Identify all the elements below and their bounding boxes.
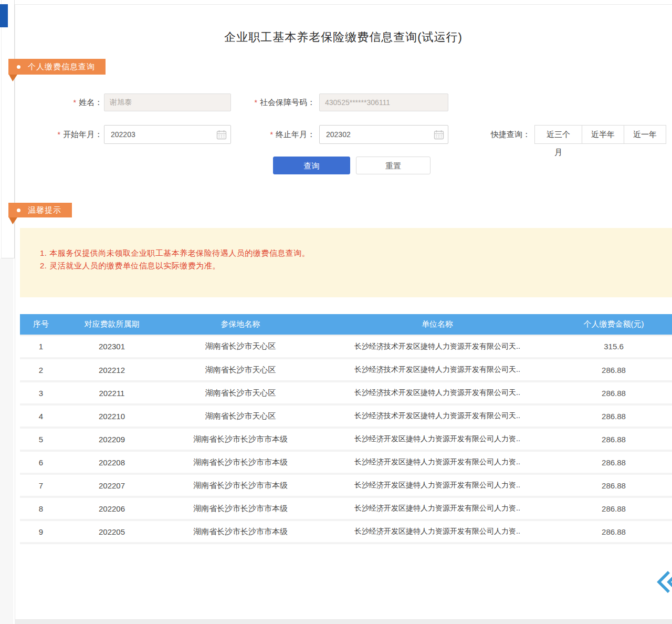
table-row: 6202208湖南省长沙市长沙市市本级长沙经济开发区捷特人力资源开发有限公司人力…: [20, 451, 672, 474]
required-asterisk: *: [255, 98, 257, 107]
ssn-field[interactable]: [319, 93, 448, 111]
end-month-input[interactable]: [320, 126, 448, 143]
ssn-label: *社会保障号码：: [231, 93, 315, 112]
start-month-label: *开始年月：: [32, 125, 102, 144]
table-row: 2202212湖南省长沙市天心区长沙经济技术开发区捷特人力资源开发有限公司天..…: [20, 358, 672, 381]
name-label: *姓名：: [32, 93, 102, 112]
quick-btn-last-half-year[interactable]: 近半年: [582, 125, 624, 144]
pension-query-page: 企业职工基本养老保险缴费信息查询(试运行) 个人缴费信息查询 *姓名： *社会保…: [0, 0, 672, 624]
payment-records-table: 序号 对应费款所属期 参保地名称 单位名称 个人缴费金额(元) 1202301湖…: [20, 314, 672, 544]
name-field[interactable]: [104, 93, 231, 111]
table-row: 5202209湖南省长沙市长沙市市本级长沙经济开发区捷特人力资源开发有限公司人力…: [20, 428, 672, 451]
table-row: 3202211湖南省长沙市天心区长沙经济技术开发区捷特人力资源开发有限公司天..…: [20, 381, 672, 404]
col-header-area: 参保地名称: [162, 314, 319, 335]
quick-btn-last-3-months[interactable]: 近三个月: [534, 125, 582, 144]
table-row: 8202206湖南省长沙市长沙市市本级长沙经济开发区捷特人力资源开发有限公司人力…: [20, 497, 672, 520]
reset-button[interactable]: 重置: [356, 157, 430, 174]
required-asterisk: *: [58, 130, 60, 139]
table-row: 1202301湖南省长沙市天心区长沙经济技术开发区捷特人力资源开发有限公司天..…: [20, 335, 672, 358]
table-header-row: 序号 对应费款所属期 参保地名称 单位名称 个人缴费金额(元): [20, 314, 672, 335]
end-month-picker[interactable]: [319, 125, 448, 144]
sidebar-active-tab[interactable]: [0, 4, 8, 27]
section-badge-tips: 温馨提示: [8, 203, 72, 217]
page-title: 企业职工基本养老保险缴费信息查询(试运行): [15, 29, 672, 45]
section-badge-query-label: 个人缴费信息查询: [28, 62, 95, 72]
sidebar-lower-strip: [0, 258, 13, 624]
table-row: 9202205湖南省长沙市长沙市市本级长沙经济开发区捷特人力资源开发有限公司人力…: [20, 520, 672, 543]
required-asterisk: *: [270, 130, 273, 139]
bullet-dot-icon: [17, 65, 20, 69]
start-month-input[interactable]: [104, 126, 230, 143]
table-row: 4202210湖南省长沙市天心区长沙经济技术开发区捷特人力资源开发有限公司天..…: [20, 404, 672, 428]
double-chevron-left-icon[interactable]: [655, 570, 672, 594]
col-header-unit: 单位名称: [319, 314, 555, 335]
table-row: 7202207湖南省长沙市长沙市市本级长沙经济开发区捷特人力资源开发有限公司人力…: [20, 474, 672, 497]
col-header-amount: 个人缴费金额(元): [555, 314, 672, 335]
required-asterisk: *: [74, 98, 76, 107]
quick-btn-last-year[interactable]: 近一年: [624, 125, 666, 144]
calendar-icon[interactable]: [434, 130, 444, 140]
notice-line-1: 1. 本服务仅提供尚未领取企业职工基本养老保险待遇人员的缴费信息查询。: [40, 248, 310, 258]
col-header-period: 对应费款所属期: [62, 314, 162, 335]
query-button[interactable]: 查询: [273, 157, 350, 174]
section-badge-query: 个人缴费信息查询: [8, 59, 106, 75]
bullet-dot-icon: [17, 209, 20, 212]
quick-query-group: 近三个月 近半年 近一年: [534, 125, 666, 144]
calendar-icon[interactable]: [216, 130, 227, 140]
end-month-label: *终止年月：: [231, 125, 315, 144]
section-badge-tips-label: 温馨提示: [28, 205, 61, 215]
start-month-picker[interactable]: [104, 125, 231, 144]
bottom-strip: [15, 620, 672, 624]
col-header-index: 序号: [20, 314, 62, 335]
notice-line-2: 2. 灵活就业人员的缴费单位信息以实际缴费为准。: [40, 261, 220, 271]
quick-query-label: 快捷查询：: [487, 125, 530, 144]
